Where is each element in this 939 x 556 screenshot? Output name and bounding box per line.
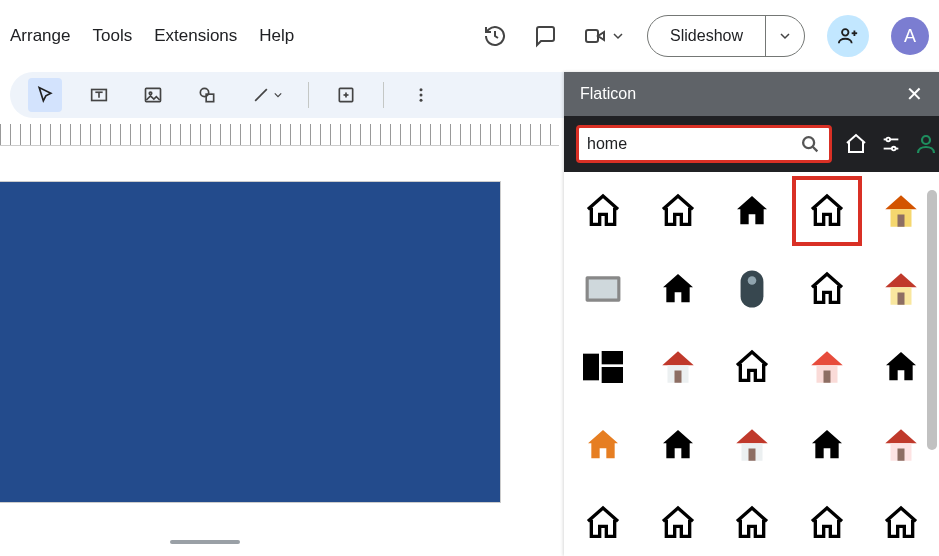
result-home-heart[interactable]	[876, 420, 926, 470]
slideshow-group: Slideshow	[647, 15, 805, 57]
menubar-right: Slideshow A	[481, 15, 929, 57]
result-home-pink[interactable]	[802, 342, 852, 392]
result-home-color-tree[interactable]	[876, 186, 926, 236]
result-home-filled-small[interactable]	[653, 420, 703, 470]
line-tool[interactable]	[244, 78, 288, 112]
svg-rect-36	[602, 367, 623, 383]
close-icon[interactable]: ✕	[906, 82, 923, 106]
results-area	[564, 172, 939, 556]
history-icon[interactable]	[481, 22, 509, 50]
svg-point-2	[842, 29, 848, 35]
svg-rect-40	[823, 371, 830, 383]
slideshow-button[interactable]: Slideshow	[648, 16, 766, 56]
result-home-filled-chimney2[interactable]	[802, 420, 852, 470]
svg-rect-35	[602, 351, 623, 364]
result-mansion[interactable]	[727, 498, 777, 548]
svg-point-25	[922, 136, 930, 144]
add-tool[interactable]	[329, 78, 363, 112]
svg-line-20	[813, 147, 818, 152]
svg-rect-34	[583, 354, 599, 381]
panel-header: Flaticon ✕	[564, 72, 939, 116]
search-input[interactable]	[583, 135, 791, 153]
result-home-color-red[interactable]	[876, 264, 926, 314]
svg-point-18	[420, 99, 423, 102]
results-grid	[578, 186, 931, 548]
svg-point-19	[803, 137, 814, 148]
svg-point-9	[149, 92, 152, 95]
textbox-tool[interactable]	[82, 78, 116, 112]
svg-point-22	[886, 138, 890, 142]
home-nav-icon[interactable]	[844, 130, 868, 158]
menu-tools[interactable]: Tools	[92, 26, 132, 46]
result-home-filled[interactable]	[727, 186, 777, 236]
user-icon[interactable]	[914, 130, 938, 158]
svg-point-17	[420, 94, 423, 97]
slideshow-dropdown[interactable]	[766, 31, 804, 41]
result-home-outline[interactable]	[578, 186, 628, 236]
comment-icon[interactable]	[531, 22, 559, 50]
result-home-outline-bold[interactable]	[653, 186, 703, 236]
svg-line-12	[255, 89, 267, 101]
result-home-briefcase[interactable]	[727, 420, 777, 470]
svg-rect-44	[898, 449, 905, 461]
image-tool[interactable]	[136, 78, 170, 112]
canvas-area[interactable]	[0, 150, 559, 556]
svg-rect-42	[749, 449, 756, 461]
result-home-filled-chimney[interactable]	[653, 264, 703, 314]
menu-row: Arrange Tools Extensions Help	[10, 26, 294, 46]
svg-rect-29	[589, 280, 618, 299]
toolbar-separator	[383, 82, 384, 108]
svg-rect-33	[898, 293, 905, 305]
menu-extensions[interactable]: Extensions	[154, 26, 237, 46]
result-home-outline-wide[interactable]	[802, 186, 852, 236]
more-tools-icon[interactable]	[404, 78, 438, 112]
result-home-color-roof[interactable]	[653, 342, 703, 392]
result-smart-lock[interactable]	[653, 498, 703, 548]
meet-icon[interactable]	[581, 22, 625, 50]
result-home-filled-simple[interactable]	[876, 342, 926, 392]
result-home-sketch[interactable]	[578, 498, 628, 548]
result-home-line-detailed[interactable]	[802, 264, 852, 314]
svg-point-10	[200, 88, 208, 96]
result-home-duplex[interactable]	[727, 342, 777, 392]
svg-point-24	[892, 147, 896, 151]
menubar: Arrange Tools Extensions Help Slideshow …	[0, 0, 939, 72]
panel-title: Flaticon	[580, 85, 636, 103]
share-button[interactable]	[827, 15, 869, 57]
panel-toolbar	[564, 116, 939, 172]
result-smart-speaker[interactable]	[727, 264, 777, 314]
result-home-orange[interactable]	[578, 420, 628, 470]
account-avatar[interactable]: A	[891, 17, 929, 55]
svg-point-31	[748, 276, 757, 285]
menu-arrange[interactable]: Arrange	[10, 26, 70, 46]
result-kitchen-appliances[interactable]	[578, 342, 628, 392]
menu-help[interactable]: Help	[259, 26, 294, 46]
shape-tool[interactable]	[190, 78, 224, 112]
svg-point-16	[420, 88, 423, 91]
slide[interactable]	[0, 182, 500, 502]
result-home-outline-door[interactable]	[802, 498, 852, 548]
search-wrap	[576, 125, 832, 163]
settings-icon[interactable]	[880, 130, 902, 158]
result-microwave[interactable]	[578, 264, 628, 314]
toolbar-separator	[308, 82, 309, 108]
select-tool[interactable]	[28, 78, 62, 112]
svg-rect-27	[898, 215, 905, 227]
svg-rect-30	[741, 270, 764, 307]
flaticon-panel: Flaticon ✕	[564, 72, 939, 556]
search-icon[interactable]	[791, 133, 829, 155]
svg-rect-38	[674, 371, 681, 383]
scrollbar[interactable]	[927, 190, 937, 450]
result-home-outline-thin[interactable]	[876, 498, 926, 548]
filmstrip-handle[interactable]	[170, 540, 240, 544]
